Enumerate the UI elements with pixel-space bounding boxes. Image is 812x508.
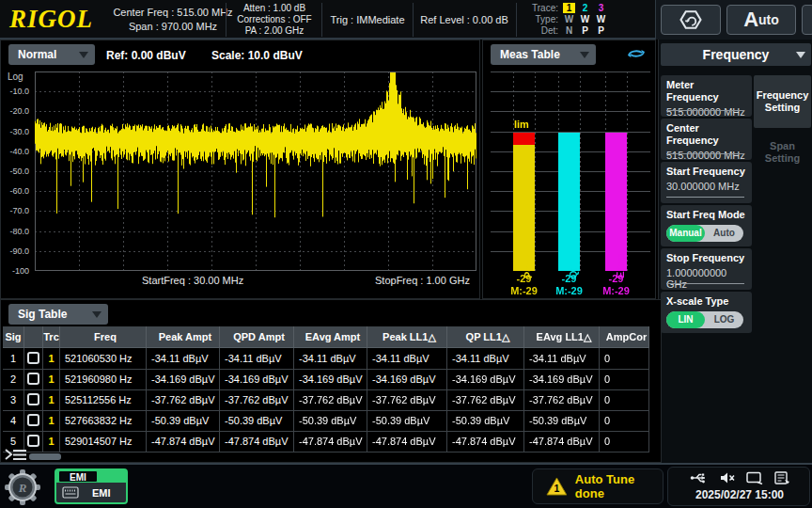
field-underline bbox=[666, 283, 744, 284]
legend-cell: 3 bbox=[593, 3, 609, 14]
table-cell: 529014507 Hz bbox=[60, 431, 147, 452]
table-cell: -50.39 dBµV bbox=[147, 410, 220, 432]
ref-level-readout[interactable]: Ref Level : 0.00 dB bbox=[414, 14, 514, 25]
header-cell: Peak Ampt bbox=[147, 326, 220, 348]
tab-label: Span Setting bbox=[754, 140, 811, 165]
header-cell bbox=[24, 326, 43, 348]
menu-field-x-scale-type[interactable]: X-scale TypeLINLOG bbox=[661, 292, 752, 333]
menu-title-dropdown[interactable]: Frequency bbox=[661, 43, 811, 66]
menu-field-start-freq-mode[interactable]: Start Freq ModeManualAuto bbox=[661, 205, 752, 246]
hardkey-zone: Auto bbox=[655, 0, 812, 40]
menu-icon[interactable] bbox=[4, 447, 28, 462]
hexagon-return-icon bbox=[678, 7, 704, 33]
table-cell: 527663832 Hz bbox=[60, 410, 147, 432]
warning-icon: 1 bbox=[546, 476, 568, 497]
table-cell bbox=[24, 348, 43, 370]
speaker-mute-icon bbox=[720, 471, 735, 484]
toggle-option-lin[interactable]: LIN bbox=[666, 311, 705, 328]
alert-panel[interactable]: 1 Auto Tune done bbox=[532, 468, 664, 504]
menu-field-meter-frequency[interactable]: Meter Frequency515.000000 MHz bbox=[661, 75, 752, 117]
pa-readout: PA : 2.00 GHz bbox=[228, 25, 320, 37]
table-cell: -34.11 dBµV bbox=[294, 348, 367, 370]
y-tick-label: -50.0 bbox=[1, 167, 29, 176]
table-cell: 1 bbox=[43, 431, 60, 452]
trace-legend[interactable]: Trace:123Type:WWWDet:NPP bbox=[523, 3, 609, 37]
amplitude-readout[interactable]: Atten : 1.00 dB Corrections : OFF PA : 2… bbox=[228, 3, 320, 37]
table-cell: -34.11 dBµV bbox=[524, 348, 600, 370]
menu-field-start-frequency[interactable]: Start Frequency30.000000 MHz bbox=[661, 162, 752, 203]
row-checkbox[interactable] bbox=[27, 435, 39, 447]
preset-return-button[interactable] bbox=[661, 5, 721, 35]
meas-table-dropdown[interactable]: Meas Table bbox=[491, 44, 596, 65]
row-checkbox[interactable] bbox=[27, 393, 39, 405]
bar-readout: -29M:-29 bbox=[595, 273, 638, 297]
analyzer-screen: RIGOL Center Freq : 515.00 MHz Span : 97… bbox=[0, 0, 812, 508]
spectrum-panel: Normal Ref: 0.00 dBuV Scale: 10.0 dBuV L… bbox=[0, 40, 480, 299]
table-cell: -50.39 dBµV bbox=[524, 410, 600, 432]
tab-span-setting[interactable]: Span Setting bbox=[754, 132, 811, 173]
table-cell: -34.11 dBµV bbox=[220, 348, 294, 370]
refresh-icon[interactable] bbox=[625, 46, 648, 61]
table-cell: -34.169 dBµV bbox=[367, 369, 447, 390]
table-cell: -47.874 dBµV bbox=[524, 431, 600, 452]
table-cell: 1 bbox=[3, 348, 24, 370]
view-mode-label: Normal bbox=[18, 48, 56, 61]
row-checkbox[interactable] bbox=[27, 414, 39, 426]
emi-tab-body: EMI bbox=[56, 483, 126, 502]
table-cell: -50.39 dBµV bbox=[220, 410, 294, 432]
dropdown-caret-icon bbox=[796, 52, 805, 58]
field-toggle[interactable]: LINLOG bbox=[666, 311, 743, 328]
legend-row-label: Type: bbox=[523, 14, 558, 25]
status-icons bbox=[668, 471, 811, 484]
table-cell: 1 bbox=[43, 348, 60, 370]
header-cell: EAvg Ampt bbox=[294, 326, 367, 348]
toggle-option-auto[interactable]: Auto bbox=[705, 225, 743, 242]
legend-cell: 2 bbox=[577, 3, 593, 14]
toggle-option-log[interactable]: LOG bbox=[705, 311, 743, 328]
row-checkbox[interactable] bbox=[27, 352, 39, 364]
spectrum-canvas[interactable] bbox=[35, 71, 476, 271]
sig-table-dropdown[interactable]: Sig Table bbox=[8, 304, 108, 325]
tab-frequency-setting[interactable]: Frequency Setting bbox=[754, 75, 811, 128]
limit-label: lim bbox=[514, 119, 529, 130]
limit-exceed-segment bbox=[513, 133, 535, 145]
header-cell: QPD Ampt bbox=[220, 326, 294, 348]
field-label: Start Frequency bbox=[666, 166, 746, 178]
table-cell: -50.39 dBµV bbox=[294, 410, 367, 432]
table-cell bbox=[24, 369, 43, 390]
auto-button-rest: uto bbox=[758, 12, 779, 27]
menu-field-stop-frequency[interactable]: Stop Frequency1.000000000 GHz bbox=[661, 248, 752, 290]
horizontal-scrollbar[interactable] bbox=[29, 453, 61, 460]
system-menu-button[interactable]: R bbox=[2, 468, 43, 506]
clipped-edge-button[interactable] bbox=[802, 5, 812, 35]
table-cell: 2 bbox=[3, 369, 24, 390]
emi-mode-tab[interactable]: EMI EMI bbox=[55, 468, 128, 504]
menu-field-center-frequency[interactable]: Center Frequency515.000000 MHz bbox=[661, 119, 752, 160]
field-toggle[interactable]: ManualAuto bbox=[666, 225, 743, 242]
row-checkbox[interactable] bbox=[27, 373, 39, 385]
trigger-readout[interactable]: Trig : IMMediate bbox=[324, 14, 411, 25]
header-cell: Freq bbox=[60, 326, 147, 348]
scale-label: Scale: 10.0 dBuV bbox=[211, 49, 303, 62]
toggle-option-manual[interactable]: Manual bbox=[666, 225, 705, 242]
table-cell: -34.11 dBµV bbox=[367, 348, 447, 370]
meter-bar-eavg bbox=[605, 133, 627, 271]
status-panel[interactable]: 2025/02/27 15:00 bbox=[667, 467, 810, 506]
auto-tune-button[interactable]: Auto bbox=[726, 5, 796, 35]
table-cell: -34.169 dBµV bbox=[447, 369, 524, 390]
legend-cell: 1 bbox=[561, 3, 577, 14]
usb-icon bbox=[690, 471, 709, 484]
meas-table-label: Meas Table bbox=[500, 48, 560, 61]
auto-button-initial: A bbox=[743, 8, 758, 32]
table-cell: 0 bbox=[600, 369, 649, 390]
table-cell: -47.874 dBµV bbox=[147, 431, 220, 452]
table-cell: -47.874 dBµV bbox=[220, 431, 294, 452]
tab-label: Frequency Setting bbox=[754, 89, 811, 114]
table-cell: 0 bbox=[600, 348, 649, 370]
view-mode-dropdown[interactable]: Normal bbox=[8, 44, 95, 65]
sig-table-label: Sig Table bbox=[18, 308, 67, 321]
table-cell: -47.874 dBµV bbox=[367, 431, 447, 452]
header-cell: Trc bbox=[43, 326, 60, 348]
table-cell: 525112556 Hz bbox=[60, 389, 147, 411]
y-tick-label: -40.0 bbox=[1, 147, 29, 156]
